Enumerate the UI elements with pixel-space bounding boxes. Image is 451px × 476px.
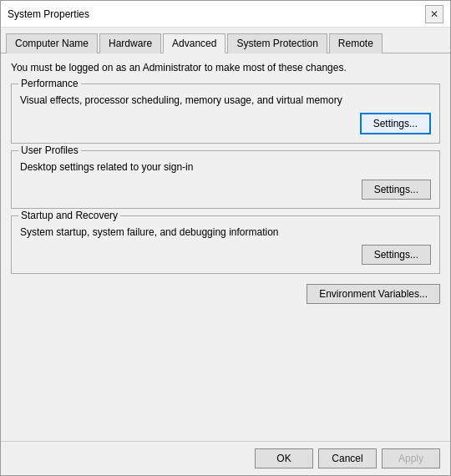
performance-label: Performance: [18, 78, 81, 89]
user-profiles-group: User Profiles Desktop settings related t…: [11, 150, 440, 209]
tab-system-protection[interactable]: System Protection: [227, 33, 327, 53]
tab-advanced[interactable]: Advanced: [163, 33, 226, 53]
tab-content: You must be logged on as an Administrato…: [1, 53, 450, 441]
cancel-button[interactable]: Cancel: [318, 448, 377, 468]
env-variables-row: Environment Variables...: [11, 284, 440, 304]
apply-button[interactable]: Apply: [382, 448, 440, 468]
startup-recovery-btn-row: Settings...: [20, 245, 431, 265]
ok-button[interactable]: OK: [255, 448, 313, 468]
title-bar: System Properties ✕: [1, 1, 450, 28]
performance-settings-button[interactable]: Settings...: [360, 113, 431, 134]
tab-hardware[interactable]: Hardware: [99, 33, 161, 53]
user-profiles-label: User Profiles: [18, 144, 81, 156]
user-profiles-settings-button[interactable]: Settings...: [362, 180, 431, 200]
footer: OK Cancel Apply: [1, 441, 450, 475]
user-profiles-description: Desktop settings related to your sign-in: [20, 161, 431, 173]
performance-description: Visual effects, processor scheduling, me…: [20, 94, 431, 106]
system-properties-window: System Properties ✕ Computer Name Hardwa…: [0, 0, 451, 476]
tab-remote[interactable]: Remote: [329, 33, 383, 53]
performance-btn-row: Settings...: [20, 113, 431, 134]
performance-group: Performance Visual effects, processor sc…: [11, 84, 440, 144]
startup-recovery-label: Startup and Recovery: [18, 210, 120, 221]
startup-recovery-settings-button[interactable]: Settings...: [362, 245, 431, 265]
tab-bar: Computer Name Hardware Advanced System P…: [1, 28, 450, 53]
admin-info-text: You must be logged on as an Administrato…: [11, 62, 440, 73]
startup-recovery-group: Startup and Recovery System startup, sys…: [11, 215, 440, 274]
environment-variables-button[interactable]: Environment Variables...: [307, 284, 440, 304]
window-title: System Properties: [8, 8, 89, 20]
startup-recovery-description: System startup, system failure, and debu…: [20, 226, 431, 238]
user-profiles-btn-row: Settings...: [20, 180, 431, 200]
close-button[interactable]: ✕: [425, 5, 443, 23]
tab-computer-name[interactable]: Computer Name: [6, 33, 98, 53]
